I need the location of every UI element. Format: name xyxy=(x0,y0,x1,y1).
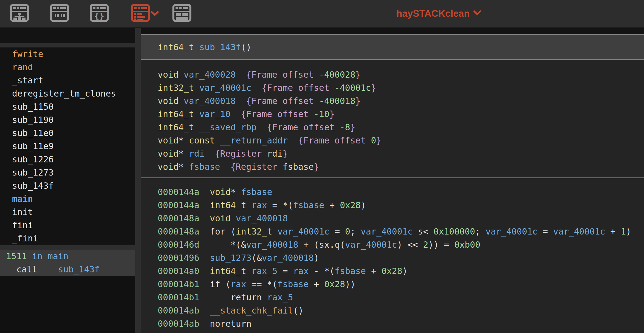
sidebar-item-fini[interactable]: fini xyxy=(0,219,135,232)
decl-line[interactable]: int64_t __saved_rbp {Frame offset -8} xyxy=(141,121,644,134)
code-body: 0000144avoid* fsbase 0000144aint64_t rax… xyxy=(141,185,644,330)
sidebar-item-sub-11e9[interactable]: sub_11e9 xyxy=(0,140,135,153)
code-line[interactable]: 000014abnoreturn xyxy=(141,317,644,330)
decompiler-pane: int64_t sub_143f() void var_400028 {Fram… xyxy=(141,28,644,333)
layout-view-button[interactable] xyxy=(172,4,191,22)
window-panels-icon xyxy=(172,4,191,23)
code-line[interactable]: 00001496sub_1273(&var_400018) xyxy=(141,251,644,264)
sidebar-item-sub-1150[interactable]: sub_1150 xyxy=(0,100,135,113)
window-list-icon xyxy=(131,4,150,23)
code-line[interactable]: 000014ab__stack_chk_fail() xyxy=(141,304,644,317)
view-options-chevron-icon[interactable] xyxy=(151,11,159,18)
sidebar-item-rand[interactable]: rand xyxy=(0,61,135,74)
main-top-strip xyxy=(141,28,644,34)
sidebar-item-sub-11e0[interactable]: sub_11e0 xyxy=(0,126,135,140)
window-tree-icon xyxy=(10,4,29,23)
binary-analysis-window: {} xyxy=(0,0,644,333)
sidebar-item-sub-1226[interactable]: sub_1226 xyxy=(0,153,135,166)
sidebar-item-sub-143f[interactable]: sub_143f xyxy=(0,179,135,192)
sidebar-item-init[interactable]: init xyxy=(0,205,135,219)
code-line[interactable]: 000014a0int64_t rax_5 = rax - *(fsbase +… xyxy=(141,264,644,278)
decl-line[interactable]: void var_400028 {Frame offset -400028} xyxy=(141,68,644,81)
graph-view-button[interactable] xyxy=(10,4,29,22)
sidebar-item-deregister-tm-clones[interactable]: deregister_tm_clones xyxy=(0,87,135,100)
decl-line[interactable]: int32_t var_40001c {Frame offset -40001c… xyxy=(141,81,644,94)
decl-line[interactable]: void* fsbase {Register fsbase} xyxy=(141,160,644,173)
function-list: fwrite rand _start deregister_tm_clones … xyxy=(0,47,135,245)
sidebar-item-sub-1273[interactable]: sub_1273 xyxy=(0,166,135,179)
code-line[interactable]: 0000148afor (int32_t var_40001c = 0; var… xyxy=(141,225,644,238)
function-sidebar: fwrite rand _start deregister_tm_clones … xyxy=(0,28,135,333)
sidebar-item-start[interactable]: _start xyxy=(0,74,135,87)
binary-name: haySTACKclean xyxy=(396,8,470,19)
variable-declarations: void var_400028 {Frame offset -400028} i… xyxy=(141,68,644,173)
chevron-down-icon xyxy=(473,10,481,17)
window-quotes-icon xyxy=(50,4,69,23)
sidebar-item-main[interactable]: main xyxy=(0,192,135,205)
section-divider xyxy=(141,177,644,178)
code-line[interactable]: 000014b1 return rax_5 xyxy=(141,291,644,304)
code-line[interactable]: 000014b1if (rax == *(fsbase + 0x28)) xyxy=(141,278,644,291)
code-line[interactable]: 0000144avoid* fsbase xyxy=(141,185,644,199)
sidebar-header-box xyxy=(0,28,135,43)
sidebar-item-sub-1190[interactable]: sub_1190 xyxy=(0,113,135,126)
svg-text:{}: {} xyxy=(94,11,104,21)
sidebar-item-fwrite[interactable]: fwrite xyxy=(0,47,135,61)
xrefs-panel: 1511 in main call sub_143f xyxy=(0,250,135,276)
decl-line[interactable]: void* const __return_addr {Frame offset … xyxy=(141,134,644,147)
sidebar-item-fini2[interactable]: _fini xyxy=(0,232,135,245)
decl-line[interactable]: void* rdi {Register rdi} xyxy=(141,147,644,160)
toolbar: {} xyxy=(0,0,644,28)
xref-location[interactable]: 1511 in main xyxy=(0,250,135,263)
window-braces-icon: {} xyxy=(90,4,109,23)
binary-selector[interactable]: haySTACKclean xyxy=(396,0,481,27)
code-line[interactable]: 0000144aint64_t rax = *(fsbase + 0x28) xyxy=(141,199,644,212)
xref-instruction[interactable]: call sub_143f xyxy=(0,263,135,276)
decl-line[interactable]: int64_t var_10 {Frame offset -10} xyxy=(141,108,644,121)
code-line[interactable]: 0000148avoid var_400018 xyxy=(141,212,644,225)
code-line[interactable]: 0000146d *(&var_400018 + (sx.q(var_40001… xyxy=(141,238,644,251)
function-signature[interactable]: int64_t sub_143f() xyxy=(141,34,644,60)
strings-view-button[interactable] xyxy=(50,4,69,22)
sidebar-empty-area xyxy=(0,276,135,333)
pseudocode-view-button[interactable]: {} xyxy=(90,4,109,22)
decl-line[interactable]: void var_400018 {Frame offset -400018} xyxy=(141,94,644,108)
list-view-button-active[interactable] xyxy=(131,4,150,22)
